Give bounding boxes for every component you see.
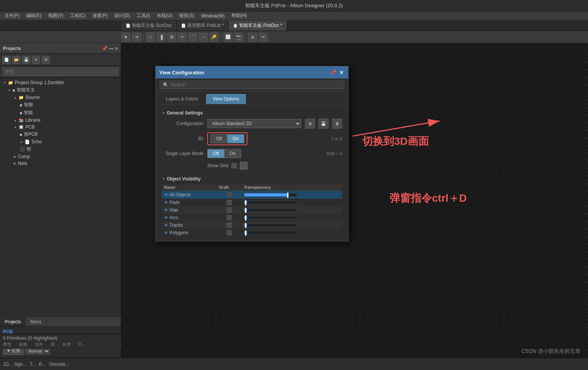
transparency-bar-all[interactable] bbox=[244, 193, 297, 197]
transparency-bar-vias[interactable] bbox=[244, 208, 297, 212]
eye-all-objects[interactable]: 👁 bbox=[164, 193, 168, 197]
tree-pcb-sub-3[interactable]: ⬛ 智 bbox=[0, 145, 121, 153]
eye-polygons[interactable]: 👁 bbox=[164, 230, 168, 235]
tree-source[interactable]: ▲ 📁 Source bbox=[0, 94, 121, 101]
show-grid-checkbox[interactable]: ✓ bbox=[231, 163, 237, 168]
tree-pcb-sub-2[interactable]: ▲ 📄 Sche bbox=[0, 138, 121, 145]
dialog-pin-btn[interactable]: 📌 bbox=[330, 69, 336, 75]
pcbdoc-icon: 📋 bbox=[233, 24, 238, 28]
draft-pads[interactable] bbox=[227, 200, 232, 205]
menu-design[interactable]: 设计(D) bbox=[111, 12, 133, 20]
dialog-search-container: 🔍 bbox=[156, 78, 348, 92]
config-label: Configuration bbox=[162, 121, 203, 126]
tab-layers-colors[interactable]: Layers & Colors bbox=[160, 94, 205, 104]
toolbar-text[interactable]: A bbox=[248, 33, 257, 42]
config-copy-btn[interactable]: ⊞ bbox=[305, 119, 315, 129]
tree-pcb[interactable]: ▲ 🔲 PCB bbox=[0, 124, 121, 130]
draft-arcs[interactable] bbox=[227, 215, 232, 220]
toolbar-photo[interactable]: 📷 bbox=[234, 33, 243, 42]
toolbar-filter[interactable]: ▼ bbox=[121, 33, 130, 42]
arrow-libraries: ▲ bbox=[14, 118, 17, 122]
pin-btn[interactable]: 📌 bbox=[102, 46, 108, 51]
tree-comp[interactable]: ▶ Comp bbox=[0, 153, 121, 160]
menu-file[interactable]: 文件(F) bbox=[2, 12, 22, 20]
eye-tracks[interactable]: 👁 bbox=[164, 223, 168, 227]
eye-vias[interactable]: 👁 bbox=[164, 208, 168, 212]
toolbar-pencil[interactable]: ✏ bbox=[259, 33, 268, 42]
tree-nets[interactable]: ▶ Nets bbox=[0, 160, 121, 167]
eye-arcs[interactable]: 👁 bbox=[164, 215, 168, 220]
prim-col-length: 长度 bbox=[63, 342, 71, 347]
libraries-icon: 📚 bbox=[19, 118, 24, 123]
transparency-bar-pads[interactable] bbox=[244, 201, 297, 204]
transparency-bar-arcs[interactable] bbox=[244, 216, 297, 219]
toolbar-select[interactable]: ⊲ bbox=[132, 33, 141, 42]
menu-edit[interactable]: 编辑(E) bbox=[23, 12, 44, 20]
source-label: Source bbox=[25, 95, 40, 100]
bottom-tab-projects[interactable]: Projects bbox=[0, 317, 26, 326]
dialog-close-btn[interactable]: ✕ bbox=[338, 69, 344, 75]
toolbar-key[interactable]: 🔑 bbox=[210, 33, 219, 42]
obj-vias-draft bbox=[217, 206, 242, 214]
tree-project-group[interactable]: ▼ 📁 Project Group 1.DsnWrk bbox=[0, 79, 121, 86]
obj-tracks-draft bbox=[217, 221, 242, 229]
transparency-bar-tracks[interactable] bbox=[244, 223, 297, 227]
config-save-btn[interactable]: 💾 bbox=[319, 119, 328, 129]
3d-on-btn[interactable]: On bbox=[227, 135, 244, 143]
toolbar-grid[interactable]: ⊞ bbox=[167, 33, 176, 42]
menu-report[interactable]: 报告(S) bbox=[176, 12, 197, 20]
canvas-area: View Configuration 📌 ✕ 🔍 Layers & Colors… bbox=[121, 43, 588, 370]
draft-vias[interactable] bbox=[227, 207, 232, 213]
settings-btn[interactable]: ⚙ bbox=[42, 56, 50, 64]
save-btn[interactable]: 💾 bbox=[22, 56, 30, 64]
draft-all-objects[interactable] bbox=[227, 192, 232, 198]
toolbar-sep-3 bbox=[246, 33, 246, 41]
menu-place[interactable]: 放置(P) bbox=[89, 12, 111, 20]
tree-pcb-sub-1[interactable]: ■ 形PCB bbox=[0, 130, 121, 138]
toolbar-view1[interactable]: ⬜ bbox=[224, 33, 233, 42]
tree-project[interactable]: ▼ ■ 智能车主 bbox=[0, 86, 121, 94]
dialog-tabs: Layers & Colors View Options bbox=[156, 92, 348, 104]
3d-off-btn[interactable]: Off bbox=[211, 135, 227, 143]
tab-pcbdoc[interactable]: 📋 智能车主板.PcbDoc * bbox=[228, 20, 287, 31]
transparency-handle-arcs bbox=[245, 215, 246, 221]
eye-pads[interactable]: 👁 bbox=[164, 200, 168, 205]
panel-menu-btn[interactable]: ≡ bbox=[115, 46, 118, 51]
arrow-sche: ▲ bbox=[20, 140, 23, 144]
close-btn[interactable]: ✕ bbox=[32, 56, 40, 64]
open-btn[interactable]: 📂 bbox=[12, 56, 20, 64]
single-on-btn[interactable]: On bbox=[224, 149, 241, 158]
obj-arcs-transparency bbox=[242, 214, 342, 221]
menu-help[interactable]: 帮助(H) bbox=[228, 12, 250, 20]
toolbar-curve[interactable]: ⌒ bbox=[188, 33, 197, 42]
menu-window[interactable]: Window(W) bbox=[198, 13, 228, 19]
config-select[interactable]: Altium Standard 2D bbox=[207, 119, 301, 128]
dialog-search-input[interactable] bbox=[171, 82, 341, 88]
tree-source-item-1[interactable]: ■ 智能 bbox=[0, 101, 121, 109]
transparency-bar-polygons[interactable] bbox=[244, 231, 297, 235]
minimize-btn[interactable]: — bbox=[109, 46, 114, 51]
tree-libraries[interactable]: ▲ 📚 Librarie bbox=[0, 117, 121, 124]
toolbar-bar[interactable]: ▐ bbox=[156, 33, 166, 42]
draft-polygons[interactable] bbox=[227, 230, 232, 235]
tab-pcblib[interactable]: 📄 原理图库.PcbLib * bbox=[177, 20, 228, 31]
menu-route[interactable]: 布线(U) bbox=[154, 12, 175, 20]
menu-tools[interactable]: 工具(I) bbox=[134, 12, 153, 20]
grid-color-swatch[interactable] bbox=[240, 162, 247, 169]
toolbar-cut[interactable]: ✂ bbox=[178, 33, 187, 42]
single-off-btn[interactable]: Off bbox=[208, 149, 224, 158]
3d-label: 3D bbox=[162, 136, 203, 141]
toolbar-rect[interactable]: □ bbox=[146, 33, 155, 42]
menu-project[interactable]: 工程(C) bbox=[67, 12, 89, 20]
toolbar-net[interactable]: ~ bbox=[199, 33, 208, 42]
search-input[interactable] bbox=[2, 67, 119, 76]
single-layer-label: Single Layer Mode bbox=[162, 151, 203, 156]
tab-view-options[interactable]: View Options bbox=[206, 94, 246, 104]
bottom-tab-mess[interactable]: Mess bbox=[26, 317, 46, 326]
tree-source-item-2[interactable]: ■ 智能 bbox=[0, 109, 121, 117]
new-btn[interactable]: 📄 bbox=[2, 56, 11, 64]
draft-tracks[interactable] bbox=[227, 223, 232, 228]
config-delete-btn[interactable]: 🗑 bbox=[332, 119, 342, 129]
menu-view[interactable]: 视图(V) bbox=[45, 12, 66, 20]
tab-schdoc[interactable]: 📄 智能车主板.SchDoc bbox=[121, 20, 177, 31]
